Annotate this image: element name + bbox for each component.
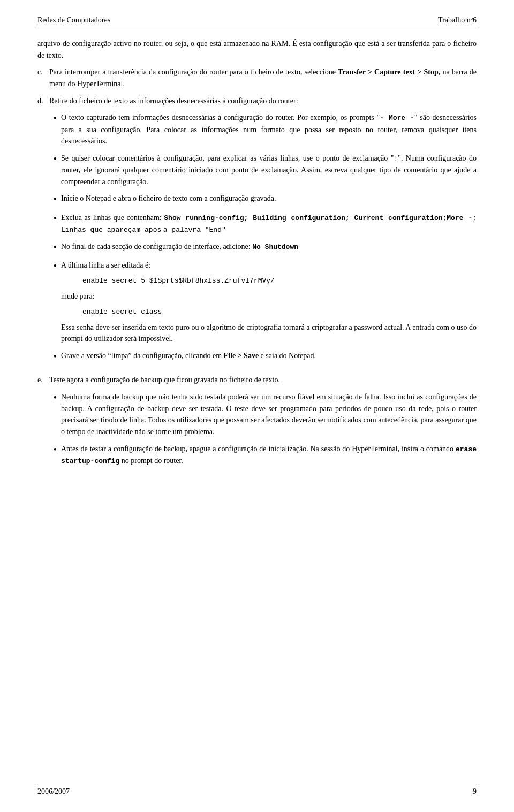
intro-text: arquivo de configuração activo no router… bbox=[37, 40, 477, 59]
list-item: • Antes de testar a configuração de back… bbox=[49, 443, 477, 467]
bullet-text: Inicie o Notepad e abra o ficheiro de te… bbox=[61, 193, 477, 204]
page-footer: 2006/2007 9 bbox=[37, 784, 477, 796]
list-item: • Inicie o Notepad e abra o ficheiro de … bbox=[49, 193, 477, 206]
item-d-content: Retire do ficheiro de texto as informaçõ… bbox=[49, 95, 477, 369]
bullet-text: Se quiser colocar comentários à configur… bbox=[61, 153, 477, 188]
page-header: Redes de Computadores Trabalho nº6 bbox=[37, 16, 477, 28]
item-e-text: Teste agora a configuração de backup que… bbox=[49, 376, 280, 384]
item-e-content: Teste agora a configuração de backup que… bbox=[49, 374, 477, 472]
mude-para-text: mude para: bbox=[61, 291, 477, 302]
item-c-bold: Transfer > Capture text > Stop bbox=[338, 68, 439, 76]
bullet-text: O texto capturado tem informações desnec… bbox=[61, 112, 477, 147]
list-item: • Se quiser colocar comentários à config… bbox=[49, 153, 477, 188]
item-d-text: Retire do ficheiro de texto as informaçõ… bbox=[49, 97, 298, 105]
item-e-label: e. bbox=[37, 374, 49, 386]
list-item: • Nenhuma forma de backup que não tenha … bbox=[49, 391, 477, 438]
erase-startup-config: erase startup-config bbox=[61, 445, 477, 465]
bullet-dot: • bbox=[49, 212, 61, 225]
enable-secret-code: enable secret 5 $1$prts$Rbf8hxlss.ZrufvI… bbox=[82, 276, 477, 286]
bullet-dot: • bbox=[49, 391, 61, 405]
exclamation-code: ! bbox=[394, 155, 398, 163]
header-left: Redes de Computadores bbox=[37, 16, 110, 25]
item-c: c. Para interromper a transferência da c… bbox=[37, 66, 477, 89]
item-d-label: d. bbox=[37, 95, 49, 107]
linhas-text: Linhas que apareçam após bbox=[61, 226, 161, 234]
file-save-bold: File > Save bbox=[224, 352, 259, 360]
separator3: ; bbox=[472, 214, 477, 222]
no-shutdown-code: No Shutdown bbox=[252, 243, 298, 251]
linhas-text2: a palavra "End" bbox=[163, 226, 226, 234]
more-code: - More - bbox=[380, 114, 414, 122]
footer-left: 2006/2007 bbox=[37, 787, 70, 796]
bullet-dot: • bbox=[49, 241, 61, 254]
bullet-text: No final de cada secção de configuração … bbox=[61, 241, 477, 253]
bullet-list-e: • Nenhuma forma de backup que não tenha … bbox=[49, 391, 477, 467]
list-item: • O texto capturado tem informações desn… bbox=[49, 112, 477, 147]
bullet-list-d: • O texto capturado tem informações desn… bbox=[49, 112, 477, 363]
bullet-text: Antes de testar a configuração de backup… bbox=[61, 443, 477, 467]
header-right: Trabalho nº6 bbox=[438, 16, 477, 25]
footer-right: 9 bbox=[473, 787, 477, 796]
list-item: • A última linha a ser editada é: enable… bbox=[49, 260, 477, 345]
page: Redes de Computadores Trabalho nº6 arqui… bbox=[0, 0, 514, 812]
main-content: arquivo de configuração activo no router… bbox=[37, 38, 477, 472]
bullet-text: A última linha a ser editada é: enable s… bbox=[61, 260, 477, 345]
bullet-dot: • bbox=[49, 260, 61, 273]
item-c-label: c. bbox=[37, 66, 49, 78]
enable-secret-class: enable secret class bbox=[82, 307, 477, 317]
bullet-dot: • bbox=[49, 350, 61, 363]
bullet-text: Grave a versão “limpa” da configuração, … bbox=[61, 350, 477, 362]
separator1: ; Building configuration; Current config… bbox=[244, 214, 443, 222]
bullet-text: Nenhuma forma de backup que não tenha si… bbox=[61, 391, 477, 438]
list-item: • Grave a versão “limpa” da configuração… bbox=[49, 350, 477, 363]
bullet-text: Exclua as linhas que contenham: Show run… bbox=[61, 212, 477, 236]
more-dash: More - bbox=[447, 214, 472, 222]
bullet-dot: • bbox=[49, 193, 61, 206]
senha-text: Essa senha deve ser inserida em texto pu… bbox=[61, 323, 477, 343]
bullet-dot: • bbox=[49, 443, 61, 457]
bullet-dot: • bbox=[49, 153, 61, 166]
list-item: • Exclua as linhas que contenham: Show r… bbox=[49, 212, 477, 236]
item-e: e. Teste agora a configuração de backup … bbox=[37, 374, 477, 472]
intro-paragraph: arquivo de configuração activo no router… bbox=[37, 38, 477, 61]
bullet-dot: • bbox=[49, 112, 61, 125]
list-item: • No final de cada secção de configuraçã… bbox=[49, 241, 477, 254]
item-c-content: Para interromper a transferência da conf… bbox=[49, 66, 477, 89]
item-d: d. Retire do ficheiro de texto as inform… bbox=[37, 95, 477, 369]
show-running-config: Show running-config bbox=[164, 214, 244, 222]
